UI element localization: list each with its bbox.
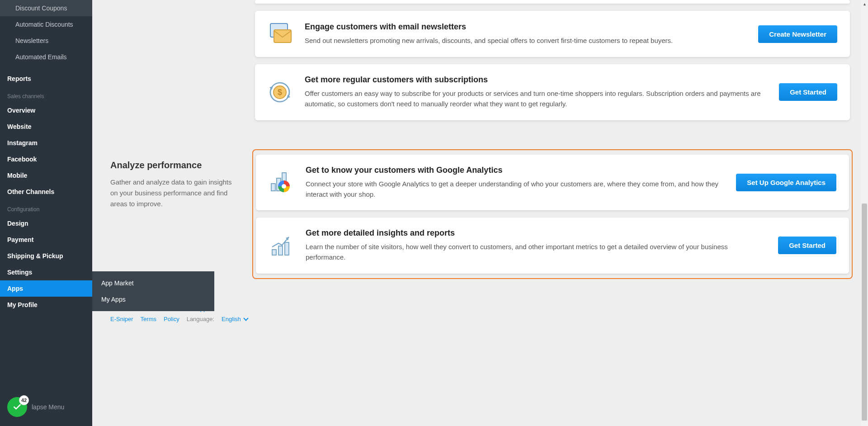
sidebar-section-sales-channels: Sales channels: [0, 87, 92, 102]
sidebar-subitem-discount-coupons[interactable]: Discount Coupons: [0, 0, 92, 16]
svg-rect-11: [272, 250, 276, 255]
svg-rect-12: [278, 246, 283, 255]
card-desc: Learn the number of site visitors, how w…: [306, 241, 765, 263]
collapse-label: lapse Menu: [32, 403, 64, 411]
sidebar-subitem-newsletters[interactable]: Newsletters: [0, 33, 92, 49]
card-google-analytics: Get to know your customers with Google A…: [256, 155, 849, 211]
section-analyze: Analyze performance Gather and analyze d…: [110, 150, 850, 274]
apps-flyout: App Market My Apps: [92, 271, 214, 311]
card-desc: Offer customers an easy way to subscribe…: [305, 88, 766, 109]
sidebar-item-apps[interactable]: Apps: [0, 280, 92, 297]
sidebar-item-facebook[interactable]: Facebook: [0, 151, 92, 167]
check-badge-icon: 42: [7, 397, 27, 417]
card-insights: Get more detailed insights and reports L…: [256, 218, 849, 274]
card-desc: Connect your store with Google Analytics…: [306, 179, 723, 200]
sidebar-item-settings[interactable]: Settings: [0, 264, 92, 280]
card-newsletter: Engage customers with email newsletters …: [255, 11, 850, 57]
sidebar-item-payment[interactable]: Payment: [0, 232, 92, 248]
svg-rect-6: [271, 184, 275, 191]
sidebar-item-other-channels[interactable]: Other Channels: [0, 184, 92, 200]
svg-rect-1: [274, 30, 291, 43]
setup-google-analytics-button[interactable]: Set Up Google Analytics: [736, 174, 836, 191]
sidebar-item-my-profile[interactable]: My Profile: [0, 297, 92, 313]
badge-count: 42: [19, 395, 29, 405]
sidebar-item-website[interactable]: Website: [0, 118, 92, 135]
google-analytics-icon: [269, 170, 293, 194]
insights-get-started-button[interactable]: Get Started: [778, 237, 836, 254]
sidebar-item-reports[interactable]: Reports: [0, 71, 92, 87]
card-title: Get to know your customers with Google A…: [306, 166, 723, 175]
highlighted-analytics-group: Get to know your customers with Google A…: [252, 149, 853, 279]
sidebar-item-mobile[interactable]: Mobile: [0, 167, 92, 184]
scrollbar[interactable]: ▴: [861, 0, 868, 426]
card-truncated: [255, 0, 850, 4]
footer-link-policy[interactable]: Policy: [164, 316, 179, 322]
sidebar-item-shipping[interactable]: Shipping & Pickup: [0, 248, 92, 264]
section-title: Analyze performance: [110, 160, 237, 170]
section-desc: Gather and analyze data to gain insights…: [110, 177, 237, 209]
subscriptions-get-started-button[interactable]: Get Started: [779, 83, 837, 101]
scroll-up-arrow-icon[interactable]: ▴: [861, 0, 868, 7]
section-engage: Engage customers with email newsletters …: [110, 0, 850, 128]
svg-point-10: [282, 184, 286, 189]
flyout-my-apps[interactable]: My Apps: [92, 291, 214, 308]
footer-link-terms[interactable]: Terms: [141, 316, 156, 322]
language-label: Language:: [187, 316, 214, 322]
card-title: Get more regular customers with subscrip…: [305, 75, 766, 85]
sidebar-section-configuration: Configuration: [0, 200, 92, 215]
sidebar-item-overview[interactable]: Overview: [0, 102, 92, 118]
flyout-app-market[interactable]: App Market: [92, 275, 214, 291]
svg-rect-13: [285, 242, 289, 255]
chart-growth-icon: [269, 233, 293, 258]
envelope-icon: [268, 22, 292, 46]
card-title: Get more detailed insights and reports: [306, 228, 765, 238]
card-desc: Send out newsletters promoting new arriv…: [305, 35, 745, 46]
footer: Store ID 82679040 Get mobile app E-Snipe…: [110, 296, 850, 322]
subscription-icon: $: [268, 80, 292, 104]
footer-link-esniper[interactable]: E-Sniper: [110, 316, 133, 322]
card-subscriptions: $ Get more regular customers with subscr…: [255, 64, 850, 120]
sidebar-subitem-automatic-discounts[interactable]: Automatic Discounts: [0, 16, 92, 33]
sidebar-subitem-automated-emails[interactable]: Automated Emails: [0, 49, 92, 65]
chevron-down-icon: [244, 316, 249, 321]
create-newsletter-button[interactable]: Create Newsletter: [758, 25, 837, 43]
scrollbar-thumb[interactable]: [862, 204, 867, 421]
svg-text:$: $: [278, 88, 282, 97]
sidebar-item-design[interactable]: Design: [0, 215, 92, 232]
sidebar-item-instagram[interactable]: Instagram: [0, 135, 92, 151]
main-content: Engage customers with email newsletters …: [92, 0, 868, 426]
language-selector[interactable]: English: [222, 316, 248, 322]
sidebar: Discount Coupons Automatic Discounts New…: [0, 0, 92, 426]
collapse-menu[interactable]: 42 lapse Menu: [7, 397, 64, 417]
card-title: Engage customers with email newsletters: [305, 22, 745, 32]
